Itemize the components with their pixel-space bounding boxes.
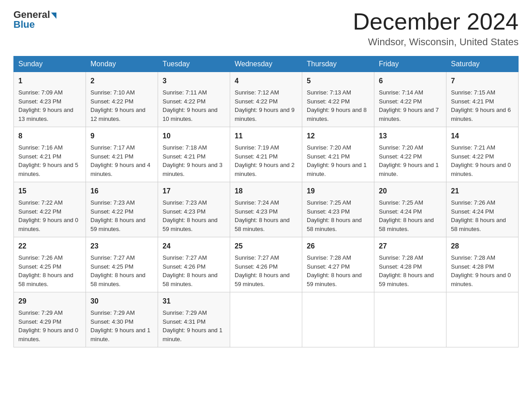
calendar-row: 29 Sunrise: 7:29 AMSunset: 4:29 PMDaylig…: [14, 292, 519, 347]
calendar-cell: 6 Sunrise: 7:14 AMSunset: 4:22 PMDayligh…: [374, 72, 446, 127]
calendar-cell: 15 Sunrise: 7:22 AMSunset: 4:22 PMDaylig…: [14, 182, 86, 237]
day-info: Sunrise: 7:21 AMSunset: 4:22 PMDaylight:…: [451, 144, 511, 177]
day-info: Sunrise: 7:12 AMSunset: 4:22 PMDaylight:…: [235, 89, 295, 122]
header-cell-thursday: Thursday: [302, 56, 374, 72]
calendar-cell: 13 Sunrise: 7:20 AMSunset: 4:22 PMDaylig…: [374, 127, 446, 182]
day-number: 26: [307, 241, 369, 252]
day-info: Sunrise: 7:27 AMSunset: 4:26 PMDaylight:…: [163, 254, 218, 287]
calendar-cell: 4 Sunrise: 7:12 AMSunset: 4:22 PMDayligh…: [230, 72, 302, 127]
calendar-cell: 9 Sunrise: 7:17 AMSunset: 4:21 PMDayligh…: [86, 127, 158, 182]
day-number: 3: [163, 76, 225, 86]
calendar-body: 1 Sunrise: 7:09 AMSunset: 4:23 PMDayligh…: [14, 72, 519, 347]
calendar-cell: 22 Sunrise: 7:26 AMSunset: 4:25 PMDaylig…: [14, 237, 86, 292]
calendar-cell: 31 Sunrise: 7:29 AMSunset: 4:31 PMDaylig…: [158, 292, 230, 347]
day-number: 13: [379, 131, 442, 141]
day-number: 4: [235, 76, 297, 86]
calendar-cell: 21 Sunrise: 7:26 AMSunset: 4:24 PMDaylig…: [446, 182, 519, 237]
page-header: General Blue December 2024 Windsor, Wisc…: [13, 9, 519, 48]
day-number: 25: [235, 241, 297, 252]
day-info: Sunrise: 7:23 AMSunset: 4:23 PMDaylight:…: [163, 199, 218, 232]
title-block: December 2024 Windsor, Wisconsin, United…: [353, 9, 519, 48]
header-cell-saturday: Saturday: [446, 56, 519, 72]
header-cell-wednesday: Wednesday: [230, 56, 302, 72]
day-number: 2: [90, 76, 153, 86]
calendar-cell: 20 Sunrise: 7:25 AMSunset: 4:24 PMDaylig…: [374, 182, 446, 237]
day-number: 16: [90, 186, 153, 197]
day-info: Sunrise: 7:28 AMSunset: 4:27 PMDaylight:…: [307, 254, 362, 287]
calendar-cell: [446, 292, 519, 347]
calendar-header: SundayMondayTuesdayWednesdayThursdayFrid…: [14, 56, 519, 72]
calendar-cell: 24 Sunrise: 7:27 AMSunset: 4:26 PMDaylig…: [158, 237, 230, 292]
day-number: 9: [90, 131, 153, 141]
day-info: Sunrise: 7:23 AMSunset: 4:22 PMDaylight:…: [90, 199, 146, 232]
day-number: 30: [90, 296, 153, 307]
day-number: 12: [307, 131, 369, 141]
day-info: Sunrise: 7:13 AMSunset: 4:22 PMDaylight:…: [307, 89, 367, 122]
day-number: 14: [451, 131, 514, 141]
header-cell-friday: Friday: [374, 56, 446, 72]
day-number: 18: [235, 186, 297, 197]
calendar-row: 8 Sunrise: 7:16 AMSunset: 4:21 PMDayligh…: [14, 127, 519, 182]
calendar-cell: [302, 292, 374, 347]
day-info: Sunrise: 7:09 AMSunset: 4:23 PMDaylight:…: [18, 89, 73, 122]
month-title: December 2024: [353, 9, 519, 34]
day-info: Sunrise: 7:16 AMSunset: 4:21 PMDaylight:…: [18, 144, 78, 177]
calendar-cell: 1 Sunrise: 7:09 AMSunset: 4:23 PMDayligh…: [14, 72, 86, 127]
day-info: Sunrise: 7:19 AMSunset: 4:21 PMDaylight:…: [235, 144, 295, 177]
day-info: Sunrise: 7:28 AMSunset: 4:28 PMDaylight:…: [379, 254, 434, 287]
day-info: Sunrise: 7:26 AMSunset: 4:24 PMDaylight:…: [451, 199, 506, 232]
day-info: Sunrise: 7:25 AMSunset: 4:24 PMDaylight:…: [379, 199, 434, 232]
day-info: Sunrise: 7:18 AMSunset: 4:21 PMDaylight:…: [163, 144, 223, 177]
header-cell-sunday: Sunday: [14, 56, 86, 72]
day-info: Sunrise: 7:11 AMSunset: 4:22 PMDaylight:…: [163, 89, 218, 122]
day-info: Sunrise: 7:28 AMSunset: 4:28 PMDaylight:…: [451, 254, 511, 287]
calendar-cell: 16 Sunrise: 7:23 AMSunset: 4:22 PMDaylig…: [86, 182, 158, 237]
day-number: 19: [307, 186, 369, 197]
day-number: 11: [235, 131, 297, 141]
calendar-cell: 12 Sunrise: 7:20 AMSunset: 4:21 PMDaylig…: [302, 127, 374, 182]
day-number: 8: [18, 131, 81, 141]
day-number: 1: [18, 76, 81, 86]
logo: General Blue: [13, 9, 57, 30]
day-info: Sunrise: 7:24 AMSunset: 4:23 PMDaylight:…: [235, 199, 290, 232]
day-info: Sunrise: 7:17 AMSunset: 4:21 PMDaylight:…: [90, 144, 150, 177]
calendar-cell: 25 Sunrise: 7:27 AMSunset: 4:26 PMDaylig…: [230, 237, 302, 292]
header-cell-tuesday: Tuesday: [158, 56, 230, 72]
calendar-cell: 26 Sunrise: 7:28 AMSunset: 4:27 PMDaylig…: [302, 237, 374, 292]
day-number: 23: [90, 241, 153, 252]
day-number: 29: [18, 296, 81, 307]
day-number: 6: [379, 76, 442, 86]
calendar-cell: 19 Sunrise: 7:25 AMSunset: 4:23 PMDaylig…: [302, 182, 374, 237]
calendar-cell: 10 Sunrise: 7:18 AMSunset: 4:21 PMDaylig…: [158, 127, 230, 182]
calendar-cell: 29 Sunrise: 7:29 AMSunset: 4:29 PMDaylig…: [14, 292, 86, 347]
calendar-cell: 28 Sunrise: 7:28 AMSunset: 4:28 PMDaylig…: [446, 237, 519, 292]
day-info: Sunrise: 7:15 AMSunset: 4:21 PMDaylight:…: [451, 89, 511, 122]
calendar-cell: 23 Sunrise: 7:27 AMSunset: 4:25 PMDaylig…: [86, 237, 158, 292]
day-number: 22: [18, 241, 81, 252]
day-info: Sunrise: 7:29 AMSunset: 4:29 PMDaylight:…: [18, 309, 78, 342]
day-info: Sunrise: 7:20 AMSunset: 4:21 PMDaylight:…: [307, 144, 367, 177]
calendar-cell: [374, 292, 446, 347]
logo-arrow-icon: [51, 13, 56, 19]
location: Windsor, Wisconsin, United States: [353, 36, 519, 48]
calendar-row: 1 Sunrise: 7:09 AMSunset: 4:23 PMDayligh…: [14, 72, 519, 127]
calendar-cell: 8 Sunrise: 7:16 AMSunset: 4:21 PMDayligh…: [14, 127, 86, 182]
day-info: Sunrise: 7:20 AMSunset: 4:22 PMDaylight:…: [379, 144, 439, 177]
day-number: 10: [163, 131, 225, 141]
day-info: Sunrise: 7:27 AMSunset: 4:26 PMDaylight:…: [235, 254, 290, 287]
day-number: 24: [163, 241, 225, 252]
day-info: Sunrise: 7:22 AMSunset: 4:22 PMDaylight:…: [18, 199, 78, 232]
calendar-table: SundayMondayTuesdayWednesdayThursdayFrid…: [13, 56, 519, 347]
day-number: 5: [307, 76, 369, 86]
day-number: 27: [379, 241, 442, 252]
day-number: 15: [18, 186, 81, 197]
day-info: Sunrise: 7:25 AMSunset: 4:23 PMDaylight:…: [307, 199, 362, 232]
calendar-cell: 18 Sunrise: 7:24 AMSunset: 4:23 PMDaylig…: [230, 182, 302, 237]
calendar-cell: 30 Sunrise: 7:29 AMSunset: 4:30 PMDaylig…: [86, 292, 158, 347]
day-number: 7: [451, 76, 514, 86]
header-cell-monday: Monday: [86, 56, 158, 72]
calendar-row: 22 Sunrise: 7:26 AMSunset: 4:25 PMDaylig…: [14, 237, 519, 292]
day-info: Sunrise: 7:27 AMSunset: 4:25 PMDaylight:…: [90, 254, 146, 287]
day-info: Sunrise: 7:26 AMSunset: 4:25 PMDaylight:…: [18, 254, 73, 287]
calendar-cell: 14 Sunrise: 7:21 AMSunset: 4:22 PMDaylig…: [446, 127, 519, 182]
